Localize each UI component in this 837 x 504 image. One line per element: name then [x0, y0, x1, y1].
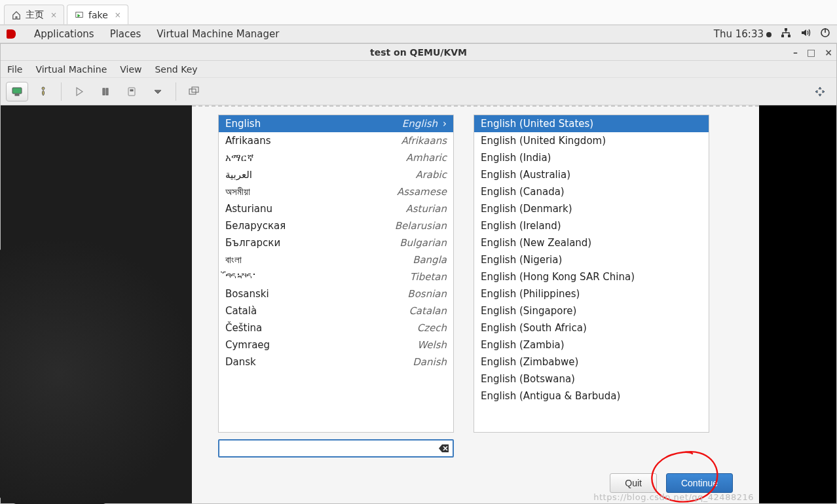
language-native: Cymraeg [225, 339, 417, 351]
pause-button[interactable] [94, 82, 117, 101]
locale-row[interactable]: English (Philippines) [474, 285, 709, 302]
language-english: Assamese [397, 186, 447, 198]
language-row[interactable]: বাংলাBangla [219, 251, 453, 268]
menu-virtual-machine[interactable]: Virtual Machine [35, 64, 107, 75]
outer-tab[interactable]: fake× [67, 5, 128, 24]
vm-window-titlebar[interactable]: test on QEMU/KVM – □ × [1, 44, 836, 61]
locale-label: English (India) [481, 152, 702, 164]
tab-close-icon[interactable]: × [50, 10, 57, 20]
language-row[interactable]: བོད་སྐད་Tibetan [219, 268, 453, 285]
svg-rect-3 [788, 35, 790, 37]
locale-row[interactable]: English (Hong Kong SAR China) [474, 268, 709, 285]
continue-button[interactable]: Continue [666, 473, 733, 493]
svg-rect-6 [12, 88, 22, 94]
guest-display[interactable]: EnglishEnglish›AfrikaansAfrikaansአማርኛAmh… [1, 105, 836, 503]
language-row[interactable]: CatalàCatalan [219, 302, 453, 319]
language-list[interactable]: EnglishEnglish›AfrikaansAfrikaansአማርኛAmh… [218, 115, 454, 433]
locale-row[interactable]: English (India) [474, 149, 709, 166]
run-button[interactable] [68, 82, 90, 101]
locale-list[interactable]: English (United States)English (United K… [474, 115, 709, 433]
language-native: Български [225, 237, 400, 249]
language-row[interactable]: DanskDanish [219, 353, 453, 370]
language-english: Welsh [417, 339, 447, 351]
locale-row[interactable]: English (Zimbabwe) [474, 353, 709, 370]
vm-icon [74, 10, 84, 20]
locale-label: English (Australia) [481, 169, 702, 181]
shutdown-button[interactable] [121, 82, 143, 101]
language-row[interactable]: العربيةArabic [219, 166, 453, 183]
language-native: አማርኛ [225, 152, 406, 164]
locale-row[interactable]: English (New Zealand) [474, 234, 709, 251]
locale-label: English (Philippines) [481, 288, 702, 300]
svg-rect-11 [128, 88, 135, 96]
language-row[interactable]: EnglishEnglish› [219, 115, 453, 132]
panel-menu-places[interactable]: Places [110, 28, 141, 40]
language-native: English [225, 118, 402, 130]
network-icon[interactable] [781, 27, 791, 41]
language-row[interactable]: БългарскиBulgarian [219, 234, 453, 251]
locale-row[interactable]: English (Ireland) [474, 217, 709, 234]
locale-row[interactable]: English (Canada) [474, 183, 709, 200]
locale-row[interactable]: English (Botswana) [474, 370, 709, 387]
gnome-top-panel: Applications Places Virtual Machine Mana… [0, 25, 837, 43]
locale-row[interactable]: English (Denmark) [474, 200, 709, 217]
language-row[interactable]: AfrikaansAfrikaans [219, 132, 453, 149]
outer-tab-label: fake [88, 10, 108, 20]
window-minimize-button[interactable]: – [793, 48, 798, 57]
language-row[interactable]: ČeštinaCzech [219, 319, 453, 336]
language-row[interactable]: অসমীয়াAssamese [219, 183, 453, 200]
outer-tabstrip: 主页×fake× [0, 0, 837, 25]
svg-rect-9 [103, 88, 105, 95]
panel-menu-applications[interactable]: Applications [34, 28, 94, 40]
svg-rect-7 [15, 94, 19, 96]
locale-row[interactable]: English (Australia) [474, 166, 709, 183]
info-button[interactable] [32, 82, 54, 101]
language-english: Czech [417, 322, 447, 334]
tab-close-icon[interactable]: × [115, 10, 121, 20]
locale-label: English (United States) [481, 118, 702, 130]
language-english: Danish [413, 356, 447, 368]
locale-row[interactable]: English (Nigeria) [474, 251, 709, 268]
guest-blank-right [759, 105, 836, 503]
power-icon[interactable] [820, 27, 830, 41]
language-native: བོད་སྐད་ [225, 271, 410, 283]
language-row[interactable]: CymraegWelsh [219, 336, 453, 353]
vm-toolbar [1, 78, 836, 105]
svg-point-8 [42, 87, 45, 90]
language-row[interactable]: БеларускаяBelarusian [219, 217, 453, 234]
clear-search-icon[interactable] [438, 442, 450, 454]
window-maximize-button[interactable]: □ [807, 48, 815, 57]
language-english: Bangla [413, 254, 447, 266]
outer-tab[interactable]: 主页× [4, 5, 64, 24]
snapshots-button[interactable] [183, 82, 205, 101]
locale-row[interactable]: English (Zambia) [474, 336, 709, 353]
panel-menu-vmm[interactable]: Virtual Machine Manager [157, 28, 279, 40]
locale-row[interactable]: English (United States) [474, 115, 709, 132]
redhat-icon [7, 29, 16, 39]
language-english: Catalan [409, 305, 447, 317]
language-native: Čeština [225, 322, 417, 334]
panel-clock[interactable]: Thu 16:33 [714, 28, 772, 40]
locale-label: English (Singapore) [481, 305, 702, 317]
window-close-button[interactable]: × [825, 48, 832, 57]
console-button[interactable] [6, 82, 28, 101]
volume-icon[interactable] [800, 27, 811, 41]
quit-button[interactable]: Quit [610, 473, 657, 493]
locale-label: English (Zimbabwe) [481, 356, 702, 368]
language-row[interactable]: BosanskiBosnian [219, 285, 453, 302]
menu-view[interactable]: View [120, 64, 141, 75]
shutdown-menu-button[interactable] [147, 82, 169, 101]
locale-label: English (Antigua & Barbuda) [481, 390, 702, 402]
installer-sidebar [1, 105, 192, 503]
locale-row[interactable]: English (Antigua & Barbuda) [474, 387, 709, 405]
locale-row[interactable]: English (United Kingdom) [474, 132, 709, 149]
locale-row[interactable]: English (Singapore) [474, 302, 709, 319]
locale-row[interactable]: English (South Africa) [474, 319, 709, 336]
menu-send-key[interactable]: Send Key [155, 64, 197, 75]
fullscreen-button[interactable] [809, 82, 831, 101]
language-search-input[interactable] [218, 439, 454, 458]
menu-file[interactable]: File [7, 64, 22, 75]
vm-window: test on QEMU/KVM – □ × File Virtual Mach… [0, 43, 837, 504]
language-row[interactable]: AsturianuAsturian [219, 200, 453, 217]
language-row[interactable]: አማርኛAmharic [219, 149, 453, 166]
